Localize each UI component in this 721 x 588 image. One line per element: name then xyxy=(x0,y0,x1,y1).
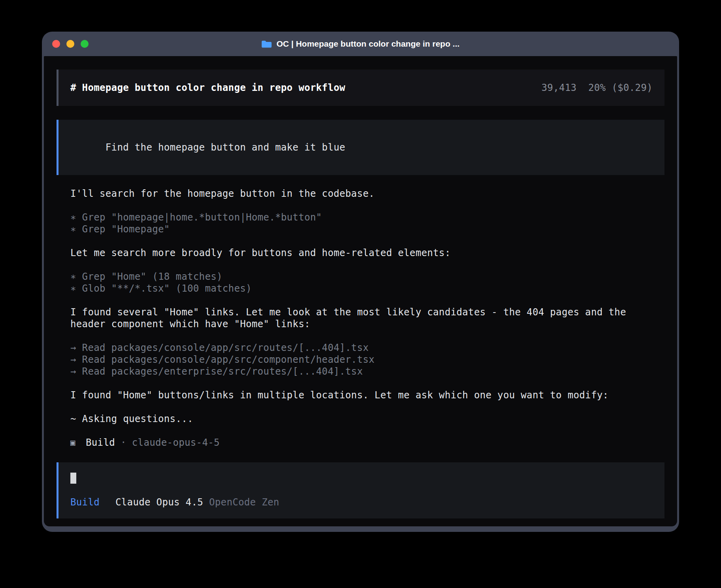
folder-icon xyxy=(261,40,272,48)
agent-separator: · xyxy=(121,437,126,449)
shortcut-commands: ctrl+p commands xyxy=(554,518,664,526)
terminal-window: OC | Homepage button color change in rep… xyxy=(42,32,679,532)
interrupt-shortcut: esc interrupt xyxy=(116,518,221,526)
text-cursor xyxy=(70,473,76,484)
window-title: OC | Homepage button color change in rep… xyxy=(261,39,459,49)
shortcut-hints: ctrl+t variants tab agents ctrl+p comman… xyxy=(318,518,664,526)
provider-label: OpenCode Zen xyxy=(209,496,279,508)
agent-name: Build xyxy=(86,437,115,449)
tool-call-line: ∗ Grep "homepage|home.*button|Home.*butt… xyxy=(70,211,664,223)
shortcut-variants: ctrl+t variants xyxy=(318,518,429,526)
session-token-stats: 39,413 20% ($0.29) xyxy=(542,82,653,94)
traffic-lights xyxy=(52,32,89,56)
agent-model-name: claude-opus-4-5 xyxy=(132,437,220,449)
assistant-text-line: I found "Home" buttons/links in multiple… xyxy=(70,389,664,401)
assistant-transcript: I'll search for the homepage button in t… xyxy=(70,188,664,449)
tool-call-line: → Read packages/enterprise/src/routes/[.… xyxy=(70,366,664,377)
minimize-window-button[interactable] xyxy=(66,40,74,48)
tool-call-line: ∗ Grep "Homepage" xyxy=(70,223,664,235)
window-title-text: OC | Homepage button color change in rep… xyxy=(276,39,459,49)
assistant-text-line: I'll search for the homepage button in t… xyxy=(70,188,664,200)
close-window-button[interactable] xyxy=(52,40,60,48)
session-header: # Homepage button color change in repo w… xyxy=(57,70,664,106)
tool-call-line: ∗ Grep "Home" (18 matches) xyxy=(70,271,664,283)
session-title: # Homepage button color change in repo w… xyxy=(70,82,345,94)
prompt-input[interactable]: Build Claude Opus 4.5 OpenCode Zen xyxy=(57,462,664,518)
zoom-window-button[interactable] xyxy=(81,40,89,48)
model-selector[interactable]: Claude Opus 4.5 xyxy=(115,496,203,508)
assistant-text-line: I found several "Home" links. Let me loo… xyxy=(70,306,664,330)
titlebar: OC | Homepage button color change in rep… xyxy=(42,32,679,56)
user-message: Find the homepage button and make it blu… xyxy=(57,120,664,175)
tool-call-line: → Read packages/console/app/src/componen… xyxy=(70,354,664,366)
status-line: ~ Asking questions... xyxy=(70,413,664,425)
status-bar: esc interrupt ctrl+t variants tab agents… xyxy=(57,518,664,526)
mode-selector[interactable]: Build xyxy=(70,496,100,508)
tool-call-line: ∗ Glob "**/*.tsx" (100 matches) xyxy=(70,283,664,294)
agent-status-line: ▣ Build · claude-opus-4-5 xyxy=(70,437,664,449)
user-message-text: Find the homepage button and make it blu… xyxy=(106,142,345,153)
assistant-text-line: Let me search more broadly for buttons a… xyxy=(70,247,664,259)
terminal-content: # Homepage button color change in repo w… xyxy=(44,56,677,526)
prompt-meta: Build Claude Opus 4.5 OpenCode Zen xyxy=(70,496,653,508)
shortcut-agents: tab agents xyxy=(442,518,541,526)
agent-icon: ▣ xyxy=(70,437,75,449)
tool-call-line: → Read packages/console/app/src/routes/[… xyxy=(70,342,664,354)
